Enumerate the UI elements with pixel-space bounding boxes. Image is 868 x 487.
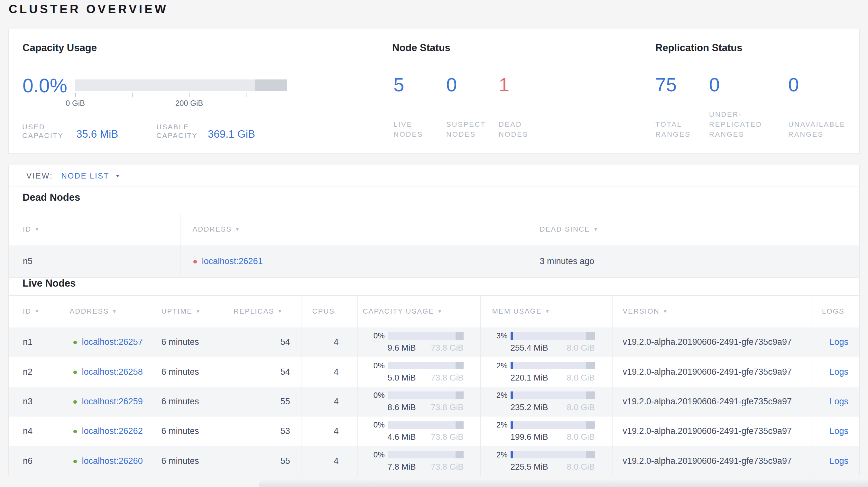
table-header-row: ID▼ADDRESS▼DEAD SINCE▼ [9,213,859,246]
usage-percent: 0% [370,420,385,429]
node-address-link[interactable]: localhost:26258 [82,367,143,377]
uptime-cell: 6 minutes [151,387,222,416]
logs-link[interactable]: Logs [829,337,848,347]
column-label: ADDRESS [70,307,109,315]
chevron-down-icon: ▼ [115,174,121,178]
address-cell: localhost:26262 [55,417,151,446]
stat-label: UNAVAILABLERANGES [788,119,845,139]
logs-link[interactable]: Logs [829,367,848,377]
axis-tick [189,93,189,97]
stat-value: 369.1 GiB [208,128,255,140]
memory-bar-track [510,391,595,399]
stat-label: USABLECAPACITY [156,123,208,140]
column-label: ID [23,225,31,233]
usage-percent: 2% [493,450,508,459]
node-id-cell: n5 [9,246,180,278]
usage-total-value: 73.8 GiB [431,343,463,353]
node-address-link[interactable]: localhost:26261 [202,256,263,266]
version-cell: v19.2.0-alpha.20190606-2491-gfe735c9a97 [612,357,811,387]
cluster-summary-card: Capacity Usage 0.0% 0 GiB200 GiB USEDCAP… [8,29,860,154]
capacity-usage-heading: Capacity Usage [23,42,97,54]
cpus-cell: 4 [301,357,358,387]
column-label: LOGS [822,307,844,315]
logs-cell: Logs [811,357,859,387]
capacity-bar-track [388,332,464,340]
capacity-meter: 0%7.8 MiB73.8 GiB [370,450,464,472]
usage-percent: 0% [370,391,385,400]
memory-cell: 2%225.5 MiB8.0 GiB [480,446,612,476]
version-cell: v19.2.0-alpha.20190606-2491-gfe735c9a97 [612,387,811,416]
column-header-address[interactable]: ADDRESS▼ [180,213,527,246]
column-label: ID [23,307,31,315]
address-cell: localhost:26258 [55,357,151,387]
live-nodes-heading: Live Nodes [23,278,75,289]
node-address-link[interactable]: localhost:26260 [82,456,143,466]
table-row: n2localhost:262586 minutes5440%5.0 MiB73… [9,357,859,387]
logs-link[interactable]: Logs [829,426,848,436]
usage-used-value: 220.1 MiB [510,373,548,383]
usage-percent: 0% [370,450,385,459]
memory-cell: 2%199.6 MiB8.0 GiB [480,417,612,446]
stat-label: LIVENODES [394,119,423,139]
id-cell: n6 [9,446,55,476]
capacity-meter: 0%8.6 MiB73.8 GiB [370,391,464,412]
column-header-memory[interactable]: MEM USAGE▼ [480,296,612,327]
column-header-id[interactable]: ID▼ [9,296,55,327]
usage-total-value: 73.8 GiB [431,462,463,472]
stat-used-capacity: USEDCAPACITY35.6 MiB [22,123,118,140]
sort-desc-icon: ▼ [235,226,240,232]
sort-desc-icon: ▼ [545,309,551,314]
column-header-dead_since[interactable]: DEAD SINCE▼ [527,213,859,246]
address-cell: localhost:26259 [55,387,151,416]
usage-total-value: 8.0 GiB [567,462,595,472]
stat-label: DEADNODES [499,119,528,139]
table-row: n6localhost:262606 minutes5540%7.8 MiB73… [9,446,859,476]
column-label: DEAD SINCE [540,225,590,233]
version-cell: v19.2.0-alpha.20190606-2491-gfe735c9a97 [612,417,811,446]
column-header-id[interactable]: ID▼ [9,213,180,246]
view-dropdown[interactable]: NODE LIST ▼ [61,171,120,181]
capacity-cell: 0%7.8 MiB73.8 GiB [358,446,480,476]
node-address-link[interactable]: localhost:26259 [82,397,143,406]
memory-bar-track [510,362,595,369]
column-header-capacity[interactable]: CAPACITY USAGE▼ [358,296,480,327]
node-status-dot [193,260,197,263]
memory-cell: 2%220.1 MiB8.0 GiB [480,357,612,387]
usage-percent: 0% [370,361,385,370]
replicas-cell: 55 [222,446,301,476]
capacity-bar-track [388,421,464,429]
logs-link[interactable]: Logs [829,397,848,406]
logs-cell: Logs [811,327,859,357]
capacity-cell: 0%5.0 MiB73.8 GiB [358,357,480,387]
axis-tick-label: 0 GiB [53,99,98,108]
node-address-link[interactable]: localhost:26257 [82,337,143,347]
column-header-replicas[interactable]: REPLICAS▼ [222,296,301,327]
memory-cell: 2%235.2 MiB8.0 GiB [480,387,612,416]
logs-link[interactable]: Logs [829,456,848,466]
capacity-cell: 0%8.6 MiB73.8 GiB [358,387,480,416]
column-header-version[interactable]: VERSION▼ [612,296,811,327]
page-title: CLUSTER OVERVIEW [9,3,168,16]
address-cell: localhost:26257 [55,327,151,357]
column-label: UPTIME [161,307,192,315]
capacity-meter: 0%5.0 MiB73.8 GiB [370,361,464,383]
id-cell: n2 [9,357,55,387]
stat-value: 0 [446,75,457,95]
usage-percent: 2% [493,361,508,370]
column-header-cpus: CPUS [301,296,358,327]
stat-label: TOTALRANGES [655,119,691,139]
id-cell: n1 [9,327,55,357]
column-label: MEM USAGE [492,307,542,315]
sort-desc-icon: ▼ [112,309,117,314]
table-header-row: ID▼ADDRESS▼UPTIME▼REPLICAS▼CPUSCAPACITY … [9,296,859,327]
bottom-shade [259,479,868,487]
capacity-bar-track [75,79,287,91]
view-dropdown-value: NODE LIST [61,171,110,181]
stat-unavailable-ranges: 0UNAVAILABLERANGES [788,29,859,154]
column-header-address[interactable]: ADDRESS▼ [55,296,151,327]
usage-used-value: 199.6 MiB [510,432,548,442]
column-header-uptime[interactable]: UPTIME▼ [151,296,222,327]
usage-used-value: 7.8 MiB [388,462,416,472]
node-address-link[interactable]: localhost:26262 [82,426,143,436]
stat-value: 35.6 MiB [76,128,118,140]
